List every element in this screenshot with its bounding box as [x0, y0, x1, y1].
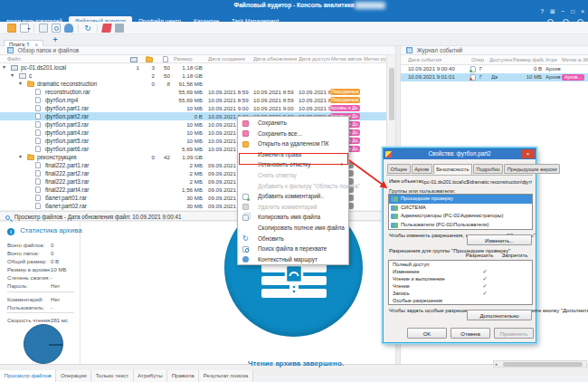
permission-name: Изменение: [393, 269, 420, 274]
menu-item-0[interactable]: Сохранить: [238, 118, 348, 129]
cancel-button[interactable]: Отмена: [450, 328, 490, 339]
open-folder-icon[interactable]: [7, 24, 16, 33]
permission-row-1[interactable]: Изменение✓: [389, 268, 532, 275]
folder-icon: [27, 81, 34, 87]
events-column-2[interactable]: Доступен: [489, 55, 512, 65]
scroll-left-icon[interactable]: ◂: [495, 361, 498, 368]
event-attributes: Архив: [545, 73, 561, 81]
file-name: футбол.mp4: [45, 96, 78, 104]
file-size: 91,58 МБ: [172, 80, 203, 88]
menu-item-7[interactable]: Добавить комментарий..: [238, 191, 348, 202]
bottom-tab-3[interactable]: Атрибуты: [134, 370, 168, 382]
menu-item-12[interactable]: Поиск файла в перехвате: [238, 244, 348, 254]
file-row-5[interactable]: футбол.part1.rar10 МБ10.09.2021 9:0010.0…: [0, 104, 386, 112]
group-item-0[interactable]: Прошедшие проверку: [389, 195, 532, 204]
permission-row-3[interactable]: Чтение✓: [389, 282, 532, 290]
menu-item-2[interactable]: Открыть на удаленном ПК: [238, 138, 348, 149]
events-column-0[interactable]: Дата события: [408, 55, 441, 65]
expand-icon[interactable]: ▾: [3, 63, 5, 72]
event-row-0[interactable]: 10.09.2021 9:00:40Г0 BАрхив: [401, 65, 588, 73]
permission-row-5[interactable]: Особые разрешения: [389, 297, 532, 304]
menu-item-11[interactable]: ↻Обновить: [238, 234, 348, 244]
column-labels-auto[interactable]: Метки автом...: [331, 55, 362, 63]
doc-red-icon: [470, 74, 476, 81]
column-updated[interactable]: Дата обновления: [253, 55, 297, 63]
events-horizontal-scrollbar[interactable]: ◂: [493, 360, 587, 368]
events-column-5[interactable]: Метки а...: [562, 55, 585, 65]
user-icon[interactable]: [64, 24, 73, 33]
events-column-1[interactable]: Опер: [471, 55, 484, 65]
app-window: Файловый аудитор - Консоль аналитика ?⊞−…: [0, 0, 588, 382]
stat-row-5: Пароль:Нет: [7, 282, 78, 289]
stat-value: -: [51, 304, 52, 310]
event-row-1[interactable]: 10.09.2021 9:01:01ГДа10 МБАрхивАрхив...: [401, 73, 588, 81]
copy-icon[interactable]: [39, 24, 48, 33]
column-folders-icon[interactable]: [146, 57, 153, 62]
menu-item-10[interactable]: Скопировать полное имя файла: [238, 223, 348, 234]
file-row-2[interactable]: ▾dramatic reconstruction0891,58 МБ: [0, 80, 386, 88]
expand-icon[interactable]: ▾: [19, 153, 22, 161]
menu-item-1[interactable]: Сохранить все...: [238, 129, 348, 139]
permission-row-2[interactable]: Чтение и выполнение✓: [389, 275, 532, 282]
files-count: 42: [157, 153, 170, 161]
permission-row-0[interactable]: Полный доступ: [389, 261, 532, 268]
file-icon: [35, 195, 41, 201]
menu-item-6[interactable]: Добавить к фильтру "Область поиска": [238, 181, 348, 192]
group-item-1[interactable]: СИСТЕМА: [389, 204, 532, 213]
column-files-icon[interactable]: [163, 56, 168, 62]
date-created: 10.09.2021 8:59: [208, 88, 251, 96]
advanced-button[interactable]: Дополнительно: [467, 310, 532, 320]
permission-row-4[interactable]: Запись✓: [389, 290, 532, 297]
new-file-icon[interactable]: [20, 24, 29, 33]
folders-count: 3: [142, 63, 155, 72]
events-column-4[interactable]: Атри: [545, 55, 557, 65]
dialog-tab-3[interactable]: Подробно: [473, 164, 503, 174]
bottom-tab-5[interactable]: Результат поиска: [199, 370, 252, 382]
bottom-tab-1[interactable]: Операции: [56, 370, 91, 382]
edit-permissions-button[interactable]: Изменить...: [467, 234, 532, 245]
scrollbar-thumb[interactable]: [389, 68, 394, 120]
bottom-tab-0[interactable]: Просмотр файлов: [0, 370, 56, 382]
file-row-4[interactable]: футбол.mp455,69 МБ10.09.2021 8:5910.09.2…: [0, 96, 386, 104]
dialog-close-button[interactable]: ×: [521, 149, 535, 158]
find-file-icon[interactable]: [52, 24, 61, 33]
events-column-3[interactable]: Размер файла: [513, 55, 544, 65]
column-accessed[interactable]: Дата доступа: [299, 55, 330, 63]
column-labels-manual[interactable]: Метки ручн...: [364, 55, 388, 63]
file-row-1[interactable]: ▾c2501,18 GB: [0, 72, 386, 80]
column-size[interactable]: Размер: [174, 55, 206, 63]
group-item-3[interactable]: Пользователи (PC-01\Пользователи): [389, 221, 532, 230]
ok-button[interactable]: OK: [407, 328, 447, 339]
expand-icon[interactable]: ▾: [11, 72, 14, 80]
menu-item-13[interactable]: Контекстный маршрут: [238, 254, 348, 265]
divider: [7, 312, 74, 313]
dialog-tab-4[interactable]: Предыдущие версии: [504, 164, 560, 174]
file-row-3[interactable]: reconstruction.rar55,69 МБ10.09.2021 8:5…: [0, 88, 386, 96]
group-item-2[interactable]: Администраторы (PC-01\Администраторы): [389, 212, 532, 221]
bottom-tab-4[interactable]: Правила: [167, 370, 199, 382]
menu-item-5[interactable]: Снять отметку: [238, 170, 348, 181]
menu-item-8[interactable]: Удалить комментарий: [238, 202, 348, 213]
file-icon: [35, 170, 41, 177]
route-icon: [242, 256, 249, 263]
tag-icon[interactable]: [101, 24, 112, 33]
file-size: 10 МБ: [172, 104, 203, 112]
menu-item-9[interactable]: Копировать имя файла: [238, 212, 348, 223]
column-computers-icon[interactable]: [130, 57, 138, 62]
dialog-tab-2[interactable]: Безопасность: [433, 164, 472, 175]
bottom-tab-2[interactable]: Только текст: [91, 370, 133, 382]
date-updated: 10.09.2021 8:59: [253, 96, 297, 104]
expand-icon[interactable]: ▾: [19, 80, 22, 88]
group-icon: [391, 214, 398, 219]
export-icon[interactable]: [115, 24, 124, 33]
file-row-0[interactable]: ▾pc-01.ds201.local13501,18 GB: [0, 63, 386, 72]
refresh-icon[interactable]: ↻: [83, 24, 92, 33]
column-file[interactable]: Файл: [7, 55, 21, 63]
file-size: 5,69 МБ: [172, 145, 203, 153]
events-column-6[interactable]: Метк: [583, 55, 588, 65]
dialog-tab-1[interactable]: Архив: [412, 164, 432, 174]
apply-button[interactable]: Применить: [494, 328, 534, 339]
column-created[interactable]: Дата создания: [208, 55, 251, 63]
scrollbar-thumb[interactable]: [503, 362, 583, 367]
add-tab-button[interactable]: +: [53, 34, 58, 45]
